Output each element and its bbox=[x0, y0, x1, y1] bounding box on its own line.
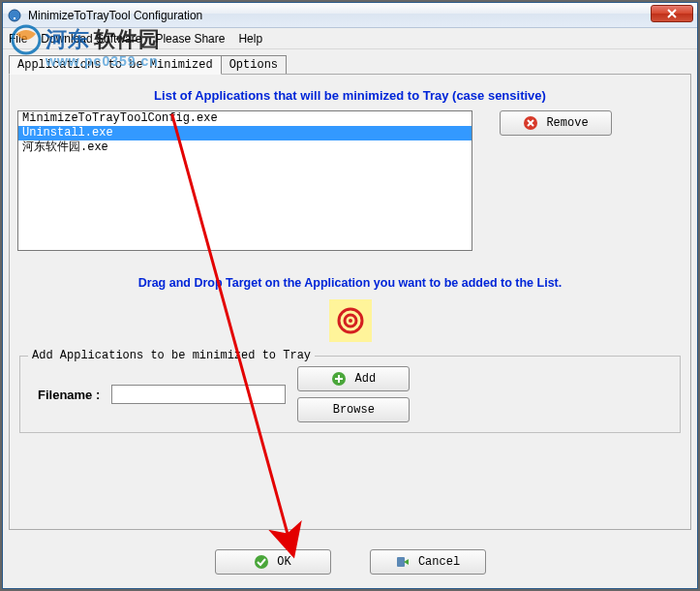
tab-applications[interactable]: Applications to be Minimized bbox=[9, 55, 222, 75]
svg-point-13 bbox=[255, 555, 268, 569]
menu-file[interactable]: File bbox=[9, 32, 27, 46]
filename-input[interactable] bbox=[111, 385, 286, 404]
browse-button[interactable]: Browse bbox=[297, 397, 410, 422]
close-button[interactable] bbox=[651, 5, 693, 22]
menu-share[interactable]: Please Share bbox=[155, 32, 225, 46]
list-item[interactable]: Uninstall.exe bbox=[18, 126, 472, 140]
add-button[interactable]: Add bbox=[297, 366, 410, 391]
drag-drop-text: Drag and Drop Target on the Application … bbox=[17, 276, 683, 290]
target-icon bbox=[336, 306, 365, 335]
ok-label: OK bbox=[277, 555, 290, 569]
filename-label: Filename : bbox=[30, 388, 100, 402]
add-label: Add bbox=[354, 372, 376, 386]
app-icon bbox=[7, 8, 22, 23]
remove-button[interactable]: Remove bbox=[500, 110, 612, 136]
ok-icon bbox=[254, 554, 269, 570]
tab-strip: Applications to be Minimized Options bbox=[9, 55, 691, 75]
cancel-button[interactable]: Cancel bbox=[370, 549, 486, 575]
list-item[interactable]: 河东软件园.exe bbox=[18, 140, 472, 155]
add-group-legend: Add Applications to be minimized to Tray bbox=[28, 349, 315, 362]
window-title: MinimizeToTrayTool Configuration bbox=[28, 9, 693, 22]
list-item[interactable]: MinimizeToTrayToolConfig.exe bbox=[18, 111, 472, 126]
application-list[interactable]: MinimizeToTrayToolConfig.exeUninstall.ex… bbox=[17, 110, 472, 251]
add-icon bbox=[331, 371, 347, 387]
tab-options[interactable]: Options bbox=[221, 55, 287, 75]
remove-label: Remove bbox=[546, 116, 588, 130]
remove-icon bbox=[523, 115, 538, 131]
cancel-label: Cancel bbox=[418, 555, 460, 569]
cancel-icon bbox=[395, 554, 411, 570]
titlebar: MinimizeToTrayTool Configuration bbox=[3, 3, 697, 28]
ok-button[interactable]: OK bbox=[215, 549, 331, 575]
main-panel: List of Applications that will be minimi… bbox=[9, 74, 691, 530]
svg-point-0 bbox=[9, 10, 20, 21]
menu-help[interactable]: Help bbox=[238, 32, 262, 46]
menubar: File Download Software Please Share Help bbox=[3, 28, 697, 49]
window: MinimizeToTrayTool Configuration File Do… bbox=[2, 2, 698, 589]
bottom-bar: OK Cancel bbox=[3, 536, 697, 588]
list-title: List of Applications that will be minimi… bbox=[17, 88, 683, 103]
close-icon bbox=[667, 9, 677, 18]
svg-rect-14 bbox=[397, 557, 405, 567]
add-group: Add Applications to be minimized to Tray… bbox=[19, 356, 681, 433]
drag-target[interactable] bbox=[329, 299, 372, 342]
browse-label: Browse bbox=[333, 403, 375, 417]
svg-point-9 bbox=[349, 319, 352, 323]
menu-download[interactable]: Download Software bbox=[41, 32, 141, 46]
svg-rect-1 bbox=[14, 17, 15, 19]
